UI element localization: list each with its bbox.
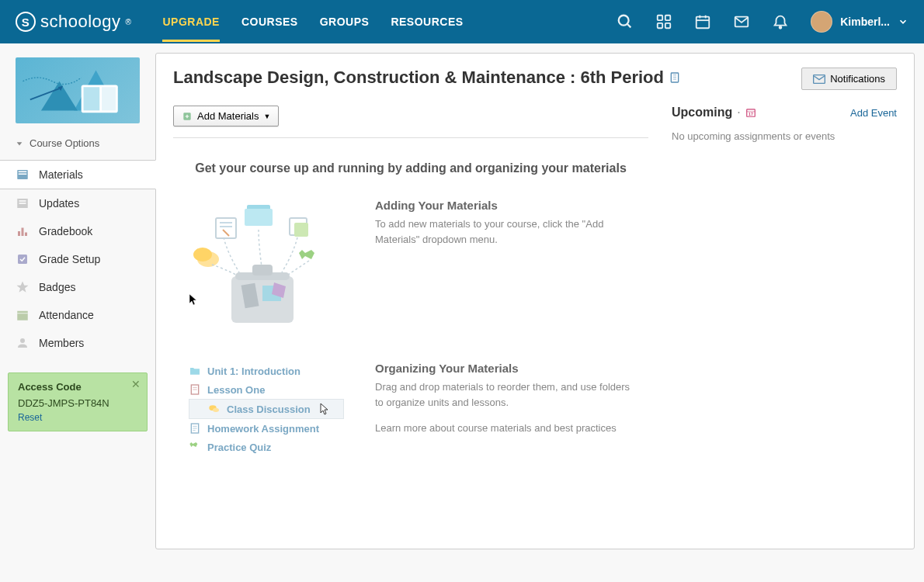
close-icon[interactable]: ✕ <box>131 378 141 390</box>
sidebar-item-materials[interactable]: Materials <box>0 160 156 189</box>
user-name: Kimberl... <box>840 16 890 28</box>
svg-rect-26 <box>18 255 27 264</box>
svg-rect-15 <box>84 87 100 110</box>
svg-rect-25 <box>19 203 26 204</box>
calendar-icon[interactable]: 17 <box>745 107 756 118</box>
svg-rect-43 <box>294 223 308 237</box>
svg-point-11 <box>780 26 782 29</box>
user-menu[interactable]: Kimberl... <box>811 11 908 33</box>
svg-rect-22 <box>19 174 27 175</box>
sidebar-item-updates[interactable]: Updates <box>0 189 155 217</box>
sidebar: Course Options Materials Updates Gradebo… <box>0 43 155 559</box>
sidebar-item-members[interactable]: Members <box>0 329 155 357</box>
svg-rect-6 <box>696 17 710 29</box>
app-header: S schoology® UPGRADE COURSES GROUPS RESO… <box>0 0 924 43</box>
course-options[interactable]: Course Options <box>0 131 155 155</box>
nav-resources[interactable]: RESOURCES <box>391 2 463 42</box>
svg-rect-28 <box>17 311 28 320</box>
brand-name: schoology <box>40 12 121 32</box>
sidebar-item-grade-setup[interactable]: Grade Setup <box>0 245 155 273</box>
badges-icon <box>16 280 30 294</box>
header-icons: Kimberl... <box>617 11 908 33</box>
search-icon[interactable] <box>617 13 634 30</box>
page-icon <box>189 383 201 396</box>
svg-rect-31 <box>671 73 678 82</box>
upcoming-panel: Upcoming · 17 Add Event No upcoming assi… <box>672 106 897 495</box>
quiz-icon <box>189 441 201 453</box>
attendance-icon <box>16 308 30 322</box>
notifications-button[interactable]: Notifications <box>801 68 897 90</box>
main-content: Landscape Design, Construction & Mainten… <box>155 53 915 549</box>
svg-rect-48 <box>252 265 273 275</box>
access-code-title: Access Code <box>18 381 137 393</box>
chevron-down-icon <box>16 140 23 147</box>
plus-icon <box>182 111 193 122</box>
nav-groups[interactable]: GROUPS <box>320 2 370 42</box>
svg-rect-16 <box>102 87 116 110</box>
upcoming-empty: No upcoming assignments or events <box>672 130 897 142</box>
sidebar-item-attendance[interactable]: Attendance <box>0 301 155 329</box>
materials-icon <box>16 168 30 182</box>
grade-setup-icon <box>16 252 30 266</box>
organizing-learn: Learn more about course materials and be… <box>375 421 633 436</box>
page-title: Landscape Design, Construction & Mainten… <box>173 68 681 88</box>
organizing-illustration: Unit 1: Introduction Lesson One Class Di… <box>189 362 344 456</box>
svg-rect-38 <box>245 209 273 226</box>
svg-rect-5 <box>665 23 670 28</box>
avatar <box>811 11 832 33</box>
members-icon <box>16 336 30 350</box>
svg-point-0 <box>619 16 629 26</box>
svg-point-30 <box>20 338 25 343</box>
organizing-body: Drag and drop materials to reorder them,… <box>375 379 633 410</box>
access-code-box: ✕ Access Code DDZ5-JMPS-PT84N Reset <box>8 372 148 431</box>
svg-rect-3 <box>665 16 670 20</box>
calendar-icon[interactable] <box>694 13 711 30</box>
adding-illustration <box>189 199 344 323</box>
nav-upgrade[interactable]: UPGRADE <box>162 2 220 42</box>
organizing-title: Organizing Your Materials <box>375 362 633 375</box>
svg-point-45 <box>193 248 212 262</box>
nav-courses[interactable]: COURSES <box>241 2 298 42</box>
mail-icon[interactable] <box>733 13 750 30</box>
svg-text:17: 17 <box>749 112 753 116</box>
bell-icon[interactable] <box>772 13 789 30</box>
svg-rect-21 <box>19 171 27 173</box>
adding-body: To add new materials to your course, cli… <box>375 217 633 247</box>
apps-icon[interactable] <box>655 13 672 30</box>
access-code-reset[interactable]: Reset <box>18 412 137 423</box>
onboard-heading: Get your course up and running by adding… <box>173 161 648 175</box>
notebook-icon <box>669 71 681 84</box>
top-nav: UPGRADE COURSES GROUPS RESOURCES <box>162 2 463 42</box>
svg-marker-27 <box>17 282 29 293</box>
add-event-link[interactable]: Add Event <box>850 107 897 119</box>
adding-title: Adding Your Materials <box>375 199 633 212</box>
gradebook-icon <box>16 224 30 238</box>
discussion-icon <box>208 403 221 415</box>
access-code-value: DDZ5-JMPS-PT84N <box>18 397 137 409</box>
chevron-down-icon <box>898 16 908 27</box>
sidebar-item-badges[interactable]: Badges <box>0 273 155 301</box>
svg-rect-24 <box>19 200 26 202</box>
svg-point-56 <box>213 408 219 412</box>
svg-marker-13 <box>41 81 78 111</box>
mail-icon <box>813 74 825 84</box>
updates-icon <box>16 196 30 210</box>
brand-logo[interactable]: S schoology® <box>16 12 131 32</box>
add-materials-button[interactable]: Add Materials ▼ <box>173 106 279 126</box>
logo-icon: S <box>16 12 36 32</box>
assignment-icon <box>189 422 201 435</box>
folder-icon <box>189 365 201 377</box>
svg-marker-19 <box>17 142 23 145</box>
svg-line-1 <box>627 24 631 28</box>
svg-rect-39 <box>216 218 236 238</box>
cursor-icon <box>320 403 329 415</box>
svg-rect-2 <box>658 16 662 20</box>
course-thumbnail <box>16 57 140 123</box>
sidebar-item-gradebook[interactable]: Gradebook <box>0 217 155 245</box>
chevron-down-icon: ▼ <box>263 113 270 120</box>
svg-rect-4 <box>658 23 662 28</box>
upcoming-title: Upcoming · 17 <box>672 106 756 120</box>
